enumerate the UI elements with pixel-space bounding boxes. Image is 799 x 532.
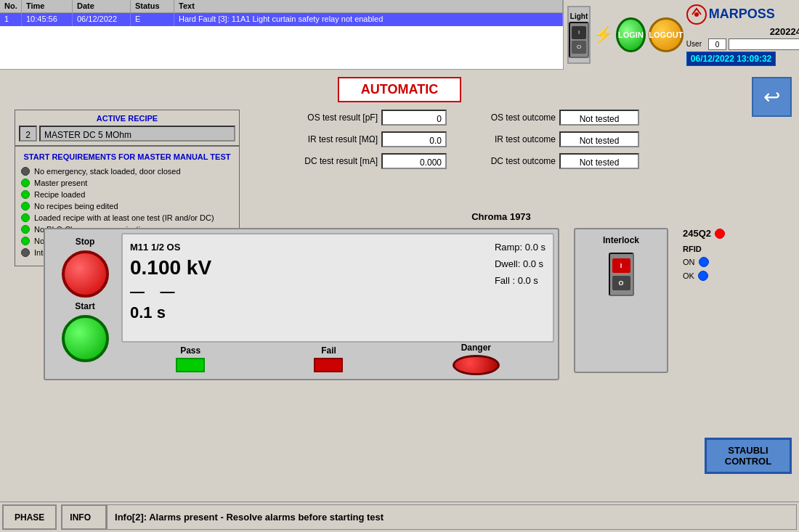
device-code: 220224	[770, 26, 799, 37]
automatic-label: AUTOMATIC	[338, 77, 461, 102]
rfid-ok-led	[698, 271, 708, 281]
ramp-value: 0.0 s	[525, 242, 545, 253]
rfid-on-led	[699, 257, 709, 267]
info-label: INFO	[70, 512, 91, 523]
light-label: Light	[570, 12, 588, 20]
user-label: User	[686, 40, 702, 48]
pfd-row: Pass Fail Danger	[121, 343, 554, 375]
marposs-logo-icon	[686, 4, 707, 25]
os-test-row: OS test result [pF] 0 OS test outcome No…	[261, 110, 741, 126]
alarm-header: No. Time Date Status Text	[0, 0, 563, 13]
os-outcome-value: Not tested	[559, 110, 639, 126]
rfid-panel: 245Q2 RFID ON OK	[683, 228, 755, 281]
fall-param: Fall : 0.0 s	[495, 275, 545, 286]
rfid-ok-row: OK	[683, 271, 755, 281]
requirements-title: START REQUIREMENTS FOR MASTER MANUAL TES…	[21, 152, 233, 161]
col-time: Time	[22, 0, 73, 12]
recipe-name: MASTER DC 5 MOhm	[39, 126, 235, 142]
req-item-2: Recipe loaded	[21, 190, 233, 199]
start-label: Start	[52, 301, 118, 311]
display-mode: M11 1/2 OS	[130, 242, 545, 253]
fail-light	[314, 358, 343, 372]
req-text-1: Master present	[34, 179, 87, 187]
light-switch[interactable]: I O	[569, 22, 589, 58]
control-buttons: Stop Start	[52, 237, 118, 362]
alarm-row: 1 10:45:56 06/12/2022 E Hard Fault [3]: …	[0, 13, 563, 26]
rfid-ok-label: OK	[683, 271, 694, 280]
display-dashes: — —	[130, 283, 545, 300]
fail-label: Fail	[321, 345, 336, 356]
logout-button[interactable]: LOGOUT	[649, 17, 684, 52]
ir-outcome-value: Not tested	[559, 131, 639, 147]
ir-test-row: IR test result [MΩ] 0.0 IR test outcome …	[261, 131, 741, 147]
col-date: Date	[73, 0, 131, 12]
req-dot-2	[21, 190, 30, 199]
dc-test-row: DC test result [mA] 0.000 DC test outcom…	[261, 153, 741, 169]
interlock-panel: Interlock I O	[574, 228, 668, 373]
fall-value: 0.0 s	[518, 275, 538, 286]
req-text-3: No recipes being edited	[34, 202, 118, 210]
ir-outcome-label: IR test outcome	[461, 134, 556, 144]
stop-button[interactable]	[62, 250, 109, 298]
rfid-on-row: ON	[683, 257, 755, 267]
interlock-switch-bot: O	[612, 276, 630, 290]
back-button[interactable]: ↩	[752, 77, 792, 117]
col-text: Text	[174, 0, 563, 12]
device-number: 245Q2	[683, 228, 711, 239]
req-item-3: No recipes being edited	[21, 202, 233, 210]
req-dot-5	[21, 225, 30, 234]
pass-indicator: Pass	[176, 345, 205, 372]
req-item-0: No emergency, stack loaded, door closed	[21, 167, 233, 176]
rfid-status-led	[715, 229, 725, 239]
alarm-no: 1	[0, 13, 22, 26]
req-dot-0	[21, 167, 30, 176]
svg-point-1	[694, 12, 699, 17]
danger-label: Danger	[461, 343, 491, 353]
display-panel: M11 1/2 OS 0.100 kV — — 0.1 s Ramp: 0.0 …	[121, 233, 554, 343]
recipe-panel: ACTIVE RECIPE 2 MASTER DC 5 MOhm	[15, 110, 240, 146]
ramp-param: Ramp: 0.0 s	[495, 242, 545, 253]
req-text-0: No emergency, stack loaded, door closed	[34, 167, 181, 176]
back-arrow-icon: ↩	[763, 85, 780, 109]
dc-result-value: 0.000	[381, 153, 447, 169]
dc-outcome-label: DC test outcome	[461, 156, 556, 166]
req-text-2: Recipe loaded	[34, 190, 85, 199]
datetime-display: 06/12/2022 13:09:32	[686, 52, 776, 66]
os-result-value: 0	[381, 110, 447, 126]
login-button[interactable]: LOGIN	[616, 17, 646, 52]
mode-title: AUTOMATIC	[0, 77, 799, 102]
req-dot-1	[21, 179, 30, 187]
interlock-switch-top: I	[612, 258, 630, 273]
info-message-box: Info[2]: Alarms present - Resolve alarms…	[107, 504, 797, 530]
recipe-title: ACTIVE RECIPE	[19, 114, 235, 123]
display-params: Ramp: 0.0 s Dwell: 0.0 s Fall : 0.0 s	[495, 242, 545, 292]
alarm-date: 06/12/2022	[73, 13, 131, 26]
fall-label: Fall :	[495, 275, 515, 286]
start-button[interactable]	[62, 315, 109, 362]
rfid-title: RFID	[683, 245, 755, 253]
ir-result-value: 0.0	[381, 131, 447, 147]
stop-label: Stop	[52, 237, 118, 247]
user-id: 0	[708, 38, 726, 50]
req-item-1: Master present	[21, 179, 233, 187]
danger-indicator: Danger	[453, 343, 500, 375]
req-item-4: Loaded recipe with at least one test (IR…	[21, 213, 233, 222]
info-box: INFO	[61, 504, 107, 530]
req-dot-7	[21, 248, 30, 257]
status-bar: PHASE INFO Info[2]: Alarms present - Res…	[0, 502, 799, 532]
staubli-label: STAUBLICONTROL	[725, 445, 771, 467]
col-no: No.	[0, 0, 22, 12]
req-dot-4	[21, 213, 30, 222]
staubli-control-button[interactable]: STAUBLICONTROL	[705, 438, 792, 474]
dc-outcome-value: Not tested	[559, 153, 639, 169]
os-result-label: OS test result [pF]	[261, 112, 378, 123]
rfid-on-label: ON	[683, 258, 695, 266]
alarm-time: 10:45:56	[22, 13, 73, 26]
fail-indicator: Fail	[314, 345, 343, 372]
interlock-label: Interlock	[603, 235, 639, 245]
user-name-input[interactable]	[729, 38, 799, 50]
marposs-text: MARPOSS	[709, 7, 775, 22]
interlock-switch[interactable]: I O	[609, 253, 634, 296]
info-message: Info[2]: Alarms present - Resolve alarms…	[115, 512, 384, 523]
chroma-panel: Stop Start M11 1/2 OS 0.100 kV — — 0.1 s…	[44, 228, 559, 380]
